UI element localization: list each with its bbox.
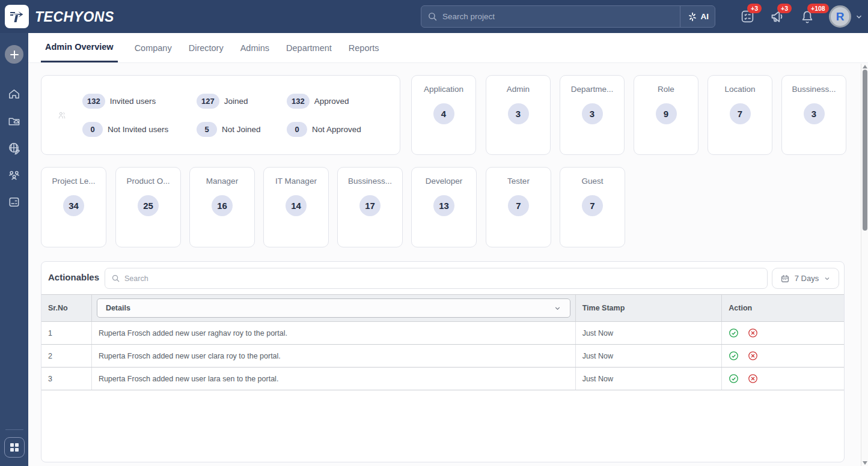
category-card-location[interactable]: Location 7 — [708, 75, 772, 155]
approve-button[interactable] — [729, 374, 739, 384]
stat-joined: 127 Joined — [197, 94, 287, 109]
role-card-project-lead[interactable]: Project Le... 34 — [41, 167, 106, 247]
scrollbar-thumb[interactable] — [863, 70, 867, 231]
role-card-business[interactable]: Bussiness... 17 — [337, 167, 403, 247]
category-card-department[interactable]: Departme... 3 — [560, 75, 625, 155]
globe-edit-icon — [7, 141, 21, 155]
card-count: 3 — [582, 103, 603, 124]
ai-assistant-button[interactable]: AI — [688, 12, 709, 22]
sidebar-item-teams[interactable] — [7, 168, 22, 182]
cell-action — [722, 322, 844, 344]
header-action: Action — [722, 295, 844, 321]
search-icon — [111, 274, 120, 283]
table-row: 1 Ruperta Frosch added new user raghav r… — [41, 322, 844, 345]
category-card-business[interactable]: Bussiness... 3 — [781, 75, 846, 155]
card-title: Project Le... — [52, 177, 95, 186]
table-header: Sr.No Details Time Stamp Action — [41, 294, 844, 322]
notifications-button[interactable]: +108 — [799, 8, 816, 25]
header-details: Details — [92, 295, 576, 321]
tasks-button[interactable]: +3 — [739, 8, 756, 25]
calendar-icon — [780, 274, 790, 283]
section-tabs: Admin Overview Company Directory Admins … — [28, 33, 868, 63]
approve-button[interactable] — [729, 351, 739, 361]
tab-directory[interactable]: Directory — [189, 33, 224, 62]
topbar-actions: +3 +3 +108 R — [739, 0, 863, 33]
stat-invited: 132 Invited users — [82, 94, 197, 109]
card-title: Role — [658, 85, 674, 94]
tab-company[interactable]: Company — [135, 33, 172, 62]
table-row: 3 Ruperta Frosch added new user lara sen… — [41, 368, 844, 390]
card-title: Manager — [206, 177, 238, 186]
role-card-tester[interactable]: Tester 7 — [486, 167, 551, 247]
add-new-button[interactable] — [5, 45, 23, 64]
role-card-guest[interactable]: Guest 7 — [560, 167, 625, 247]
card-count: 17 — [359, 195, 381, 216]
role-card-developer[interactable]: Developer 13 — [411, 167, 477, 247]
note-card-icon — [7, 195, 21, 209]
category-card-role[interactable]: Role 9 — [634, 75, 698, 155]
user-menu[interactable]: R — [829, 5, 863, 28]
sidebar — [0, 33, 28, 466]
stat-not-approved: 0 Not Approved — [287, 122, 389, 137]
stat-approved: 132 Approved — [287, 94, 389, 109]
stat-not-approved-value: 0 — [287, 122, 307, 137]
stat-joined-value: 127 — [197, 94, 219, 109]
chevron-down-icon — [554, 304, 561, 312]
card-count: 7 — [730, 103, 751, 124]
brand-logo: TECHYONS — [35, 5, 114, 29]
tab-admins[interactable]: Admins — [240, 33, 269, 62]
sidebar-divider — [5, 429, 23, 430]
details-filter-dropdown[interactable]: Details — [97, 298, 570, 318]
sidebar-item-reports[interactable] — [7, 195, 22, 209]
home-icon — [7, 87, 21, 101]
apps-launcher-button[interactable] — [4, 437, 25, 458]
sidebar-item-projects[interactable] — [7, 113, 22, 128]
ai-label: AI — [701, 12, 709, 21]
vertical-scrollbar[interactable] — [861, 64, 868, 466]
brand-text: TECHYONS — [35, 9, 114, 25]
cell-timestamp: Just Now — [576, 322, 723, 344]
topbar: TECHYONS AI +3 — [0, 0, 868, 33]
tab-reports[interactable]: Reports — [349, 33, 379, 62]
tab-admin-overview[interactable]: Admin Overview — [41, 33, 118, 62]
actionables-header: Actionables 7 Days — [41, 262, 844, 294]
date-range-dropdown[interactable]: 7 Days — [772, 268, 839, 289]
reject-button[interactable] — [748, 351, 758, 361]
category-card-admin[interactable]: Admin 3 — [486, 75, 551, 155]
cell-action — [722, 368, 844, 390]
card-title: Location — [724, 85, 755, 94]
details-filter-label: Details — [106, 304, 130, 312]
card-title: Developer — [426, 177, 463, 186]
tasks-badge: +3 — [747, 4, 762, 13]
role-card-manager[interactable]: Manager 16 — [189, 167, 255, 247]
x-circle-icon — [748, 374, 758, 384]
tab-department[interactable]: Department — [286, 33, 332, 62]
app-logo[interactable] — [5, 5, 29, 28]
scroll-down-arrow-icon[interactable] — [863, 461, 867, 465]
check-circle-icon — [729, 351, 739, 361]
table-row: 2 Ruperta Frosch added new user clara ro… — [41, 345, 844, 368]
sidebar-item-global-edit[interactable] — [7, 141, 22, 155]
role-card-product-owner[interactable]: Product O... 25 — [115, 167, 181, 247]
approve-button[interactable] — [729, 328, 739, 338]
scroll-up-arrow-icon[interactable] — [863, 65, 867, 68]
reject-button[interactable] — [748, 374, 758, 384]
card-count: 3 — [804, 103, 825, 124]
actionables-search-input[interactable] — [124, 274, 761, 283]
role-card-it-manager[interactable]: IT Manager 14 — [263, 167, 329, 247]
reject-button[interactable] — [748, 328, 758, 338]
sidebar-item-home[interactable] — [7, 86, 22, 101]
stat-not-joined-label: Not Joined — [222, 125, 261, 134]
search-input[interactable] — [442, 12, 676, 21]
category-card-application[interactable]: Application 4 — [411, 75, 476, 155]
global-search: AI — [421, 5, 715, 28]
card-count: 34 — [63, 195, 84, 216]
card-count: 13 — [433, 195, 454, 216]
card-title: Application — [424, 85, 463, 94]
check-circle-icon — [729, 328, 739, 338]
header-timestamp: Time Stamp — [576, 295, 723, 321]
card-count: 7 — [582, 195, 603, 216]
stat-not-joined-value: 5 — [197, 122, 217, 137]
cell-action — [722, 345, 844, 367]
announcements-button[interactable]: +3 — [769, 8, 786, 25]
